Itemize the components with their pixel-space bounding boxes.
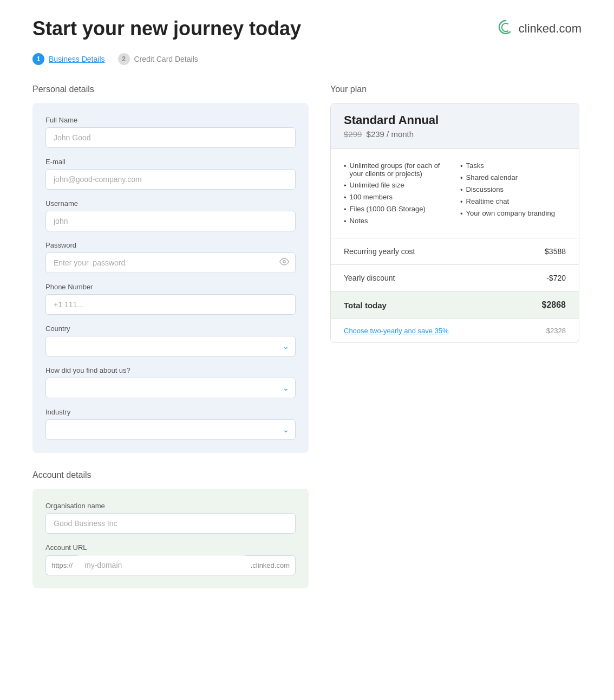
password-input-wrapper <box>45 252 296 273</box>
feature-7: • Shared calendar <box>460 172 566 184</box>
step-1-number: 1 <box>32 53 44 65</box>
feature-9: • Realtime chat <box>460 196 566 208</box>
email-group: E-mail <box>45 158 296 190</box>
account-details-card: Organisation name Account URL https:// .… <box>32 489 309 588</box>
how-found-label: How did you find about us? <box>45 366 296 374</box>
feature-3: • 100 members <box>344 191 449 203</box>
industry-group: Industry ⌄ <box>45 408 296 440</box>
how-found-select-wrapper: ⌄ <box>45 378 296 398</box>
step-2-label[interactable]: Credit Card Details <box>134 55 198 63</box>
step-2-number: 2 <box>118 53 130 65</box>
two-yearly-link[interactable]: Choose two-yearly and save 35% <box>344 327 449 335</box>
how-found-group: How did you find about us? ⌄ <box>45 366 296 398</box>
account-url-group: Account URL https:// .clinked.com <box>45 543 296 575</box>
feature-2: • Unlimited file size <box>344 179 449 191</box>
plan-header: Standard Annual $299 $239 / month <box>331 103 579 149</box>
yearly-discount-value: -$720 <box>546 274 566 282</box>
industry-label: Industry <box>45 408 296 416</box>
username-label: Username <box>45 199 296 208</box>
industry-select-wrapper: ⌄ <box>45 419 296 440</box>
phone-input[interactable] <box>45 294 296 315</box>
feature-1: • Unlimited groups (for each of your cli… <box>344 160 449 179</box>
logo-text: clinked.com <box>519 22 582 36</box>
password-input[interactable] <box>45 252 296 273</box>
password-group: Password <box>45 241 296 273</box>
page-title: Start your new journey today <box>32 17 301 40</box>
features-col2: • Tasks • Shared calendar • Discussions <box>460 160 566 227</box>
personal-details-title: Personal details <box>32 85 309 94</box>
country-select[interactable] <box>45 336 296 357</box>
org-name-input[interactable] <box>45 513 296 534</box>
plan-name: Standard Annual <box>344 113 566 127</box>
plan-features: • Unlimited groups (for each of your cli… <box>331 149 579 238</box>
features-col1: • Unlimited groups (for each of your cli… <box>344 160 449 227</box>
two-yearly-value: $2328 <box>546 327 566 335</box>
total-today-row: Total today $2868 <box>331 291 579 319</box>
url-prefix: https:// <box>45 555 78 575</box>
industry-select[interactable] <box>45 419 296 440</box>
password-toggle-icon[interactable] <box>279 257 289 269</box>
plan-original-price: $299 <box>344 129 362 139</box>
full-name-label: Full Name <box>45 116 296 124</box>
feature-4: • Files (1000 GB Storage) <box>344 203 449 215</box>
url-suffix: .clinked.com <box>245 555 296 575</box>
org-name-label: Organisation name <box>45 502 296 510</box>
recurring-cost-label: Recurring yearly cost <box>344 247 415 256</box>
country-label: Country <box>45 325 296 333</box>
country-select-wrapper: ⌄ <box>45 336 296 357</box>
username-group: Username <box>45 199 296 231</box>
features-grid: • Unlimited groups (for each of your cli… <box>344 160 566 227</box>
feature-6: • Tasks <box>460 160 566 172</box>
url-domain-input[interactable] <box>78 555 245 575</box>
username-input[interactable] <box>45 211 296 231</box>
recurring-cost-value: $3588 <box>545 247 566 256</box>
total-today-label: Total today <box>344 301 387 310</box>
plan-card: Standard Annual $299 $239 / month • Unli… <box>330 103 579 343</box>
account-url-row: https:// .clinked.com <box>45 555 296 575</box>
total-today-value: $2868 <box>542 300 566 310</box>
recurring-cost-row: Recurring yearly cost $3588 <box>331 238 579 265</box>
two-yearly-row: Choose two-yearly and save 35% $2328 <box>331 319 579 342</box>
how-found-select[interactable] <box>45 378 296 398</box>
plan-current-price: $239 / month <box>367 129 414 139</box>
feature-5: • Notes <box>344 215 449 227</box>
full-name-group: Full Name <box>45 116 296 148</box>
phone-label: Phone Number <box>45 283 296 291</box>
step-1[interactable]: 1 Business Details <box>32 53 105 65</box>
org-name-group: Organisation name <box>45 502 296 534</box>
email-label: E-mail <box>45 158 296 166</box>
step-2[interactable]: 2 Credit Card Details <box>118 53 198 65</box>
email-input[interactable] <box>45 169 296 190</box>
yearly-discount-row: Yearly discount -$720 <box>331 265 579 291</box>
step-1-label[interactable]: Business Details <box>49 55 105 63</box>
account-url-label: Account URL <box>45 543 296 552</box>
plan-price: $299 $239 / month <box>344 129 566 139</box>
full-name-input[interactable] <box>45 127 296 148</box>
yearly-discount-label: Yearly discount <box>344 274 395 282</box>
logo: clinked.com <box>497 18 582 40</box>
feature-10: • Your own company branding <box>460 208 566 219</box>
stepper: 1 Business Details 2 Credit Card Details <box>32 53 582 65</box>
phone-group: Phone Number <box>45 283 296 315</box>
svg-point-0 <box>283 261 286 263</box>
country-group: Country ⌄ <box>45 325 296 357</box>
your-plan-title: Your plan <box>330 85 579 94</box>
personal-details-card: Full Name E-mail Username Password <box>32 103 309 453</box>
feature-8: • Discussions <box>460 184 566 196</box>
password-label: Password <box>45 241 296 249</box>
logo-icon <box>497 18 514 40</box>
account-details-title: Account details <box>32 470 309 480</box>
